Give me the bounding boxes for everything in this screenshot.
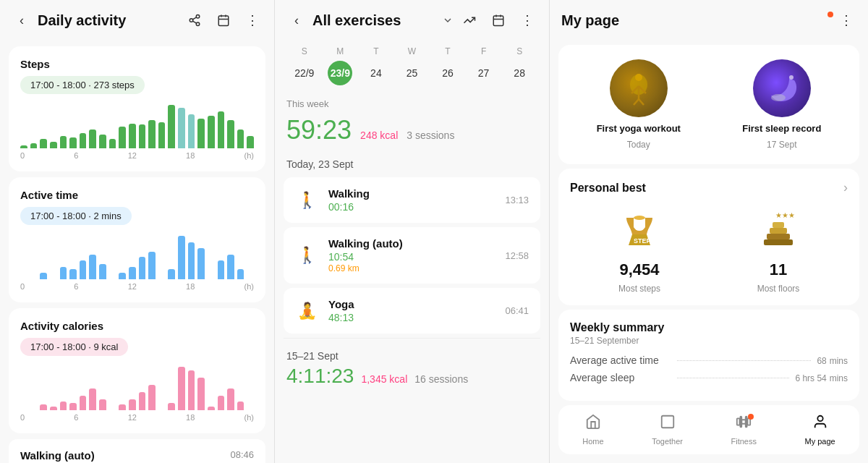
steps-bar <box>80 133 87 148</box>
activity-item-1[interactable]: 08:46 Walking (auto) 00:11:18 1.02 km <box>9 439 265 463</box>
activity-time-1: 08:46 <box>230 449 254 460</box>
svg-point-1 <box>190 19 193 22</box>
calories-bar <box>40 404 47 410</box>
personal-best-chevron[interactable]: › <box>843 180 848 195</box>
daily-back-button[interactable]: ‹ <box>12 10 32 30</box>
nav-mypage[interactable]: My page <box>804 414 835 446</box>
steps-bar <box>89 129 96 148</box>
active-bar <box>80 260 87 279</box>
sleep-badge[interactable]: First sleep record 17 Sept <box>742 59 821 150</box>
steps-bar <box>158 122 166 148</box>
exercise-yoga-name: Yoga <box>328 298 495 310</box>
active-bar <box>139 257 146 279</box>
svg-rect-30 <box>737 418 740 425</box>
yoga-badge-icon <box>610 59 668 117</box>
weekly-summary-title: Weekly summary <box>570 321 848 334</box>
week-day-t1[interactable]: T 24 <box>364 46 388 85</box>
calories-bar <box>89 388 96 410</box>
active-bar <box>69 269 77 279</box>
dropdown-icon <box>442 14 454 26</box>
active-bar <box>129 267 136 279</box>
exercise-yoga[interactable]: 🧘 Yoga 48:13 06:41 <box>284 288 540 334</box>
calories-bar <box>69 403 77 410</box>
active-time-xaxis: 0 6 12 18 (h) <box>20 282 254 291</box>
exercise-walking-name: Walking <box>328 187 495 200</box>
week-day-f[interactable]: F 27 <box>472 46 496 85</box>
steps-bar <box>148 120 156 148</box>
calories-bar <box>60 402 67 410</box>
personal-best-card: Personal best › STEP 9,454 Most steps <box>558 169 859 305</box>
calories-bar <box>237 402 244 410</box>
activity-calories-title: Activity calories <box>20 320 254 332</box>
exercise-walking-auto-duration: 10:54 <box>328 251 495 263</box>
nav-fitness-label: Fitness <box>731 437 756 446</box>
mypage-more-icon[interactable]: ⋮ <box>836 10 856 30</box>
steps-tooltip: 17:00 - 18:00 · 273 steps <box>20 76 145 94</box>
week-range-label: 15–21 Sept <box>286 350 537 362</box>
nav-home[interactable]: Home <box>582 414 603 446</box>
week-summary-totals: 4:11:23 1,345 kcal 16 sessions <box>286 365 537 388</box>
average-sleep-label: Average sleep <box>570 372 671 383</box>
week-day-w[interactable]: W 25 <box>399 46 424 85</box>
steps-bar <box>50 142 57 148</box>
svg-rect-5 <box>218 16 229 26</box>
weekly-summary-card: Weekly summary 15–21 September Average a… <box>558 310 859 401</box>
calories-bar <box>188 370 195 410</box>
week-total-kcal: 1,345 kcal <box>361 373 407 385</box>
svg-point-14 <box>635 74 642 81</box>
steps-bar <box>227 120 234 148</box>
steps-bar <box>119 127 126 148</box>
svg-rect-27 <box>773 222 784 228</box>
steps-bar <box>139 124 146 148</box>
steps-chart <box>20 101 254 148</box>
active-time-tooltip: 17:00 - 18:00 · 2 mins <box>20 207 132 225</box>
today-label: Today, 23 Sept <box>275 153 549 173</box>
this-week-time: 59:23 <box>286 115 352 145</box>
week-day-t2[interactable]: T 26 <box>435 46 460 85</box>
trend-icon[interactable] <box>459 10 480 30</box>
this-week-label: This week <box>275 93 549 112</box>
active-bar <box>178 236 185 279</box>
exercises-back-button[interactable]: ‹ <box>286 10 307 30</box>
steps-bar <box>218 111 225 148</box>
pb-steps: STEP 9,454 Most steps <box>614 205 665 294</box>
exercises-calendar-icon[interactable] <box>488 10 509 30</box>
nav-fitness[interactable]: Fitness <box>731 414 756 446</box>
yoga-badge[interactable]: First yoga workout Today <box>597 59 681 150</box>
steps-bar <box>69 137 77 148</box>
steps-bar <box>20 145 27 148</box>
bottom-nav: Home Together Fitness My page <box>558 405 859 454</box>
calendar-icon[interactable] <box>213 10 234 30</box>
home-icon <box>585 414 601 434</box>
share-icon[interactable] <box>184 10 205 30</box>
activity-calories-xaxis: 0 6 12 18 (h) <box>20 413 254 422</box>
more-icon[interactable]: ⋮ <box>242 10 263 30</box>
nav-together[interactable]: Together <box>652 414 683 446</box>
active-bar <box>119 273 126 279</box>
exercises-header-icons: ⋮ <box>459 10 537 30</box>
steps-section: Steps 17:00 - 18:00 · 273 steps 0 6 12 1… <box>9 46 265 171</box>
exercise-walking-time: 13:13 <box>505 195 529 205</box>
active-time-title: Active time <box>20 189 254 201</box>
steps-trophy-icon: STEP <box>614 205 665 256</box>
exercise-walking[interactable]: 🚶 Walking 00:16 13:13 <box>284 177 540 223</box>
floors-trophy-icon: ★★★ <box>753 205 804 256</box>
exercise-walking-auto[interactable]: 🚶 Walking (auto) 10:54 0.69 km 12:58 <box>284 227 540 284</box>
sleep-badge-label: First sleep record <box>742 123 821 134</box>
this-week-sessions: 3 sessions <box>407 129 454 141</box>
exercise-yoga-info: Yoga 48:13 <box>328 298 495 323</box>
activity-calories-chart <box>20 363 254 410</box>
yoga-badge-label: First yoga workout <box>597 123 681 134</box>
week-day-s2[interactable]: S 28 <box>507 46 532 85</box>
daily-activity-panel: ‹ Daily activity ⋮ Steps 17:00 - 18:00 ·… <box>0 0 275 463</box>
calories-bar <box>218 396 225 410</box>
exercises-header: ‹ All exercises ⋮ <box>275 0 549 41</box>
together-icon <box>660 414 676 434</box>
week-total-sessions: 16 sessions <box>414 373 468 385</box>
walking-auto-icon: 🚶 <box>295 246 318 265</box>
svg-point-2 <box>196 22 200 26</box>
week-day-s1[interactable]: S 22/9 <box>292 46 317 85</box>
active-time-chart <box>20 232 254 279</box>
exercises-more-icon[interactable]: ⋮ <box>517 10 537 30</box>
week-day-m[interactable]: M 23/9 <box>328 46 352 85</box>
